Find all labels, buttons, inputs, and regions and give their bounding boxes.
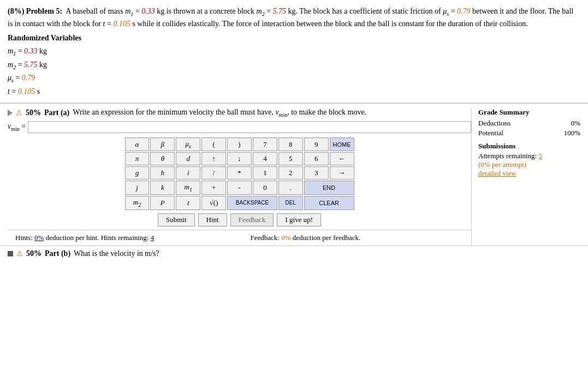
keyboard-area: α β μs ( ) 7 8 9 HOME π θ d ↑ ↓ 4 5: [125, 137, 354, 226]
kb-mu[interactable]: μs: [176, 137, 200, 152]
kb-pi[interactable]: π: [125, 152, 150, 165]
answer-row: vmin =: [8, 121, 471, 133]
kb-del[interactable]: DEL: [278, 196, 303, 210]
kb-beta[interactable]: β: [150, 137, 175, 152]
kb-backspace[interactable]: BACKSPACE: [227, 196, 277, 210]
detailed-view-link[interactable]: detailed view: [478, 169, 580, 178]
keyboard-grid: α β μs ( ) 7 8 9 HOME π θ d ↑ ↓ 4 5: [125, 137, 354, 210]
hint-button[interactable]: Hint: [198, 213, 227, 226]
m1-value: 0.33: [141, 7, 155, 15]
part-b-warning-icon: ⚠: [16, 249, 23, 258]
grade-summary-panel: Grade Summary Deductions 0% Potential 10…: [471, 108, 580, 246]
var-mu: μs = 0.79: [8, 71, 580, 85]
submissions-title: Submissions: [478, 142, 580, 151]
part-b-label: Part (b): [45, 249, 70, 258]
feedback-rate: 0%: [281, 234, 290, 242]
randomized-title: Randomized Variables: [8, 34, 580, 43]
kb-end[interactable]: END: [304, 181, 354, 195]
kb-t[interactable]: t: [176, 196, 200, 210]
kb-clear[interactable]: CLEAR: [304, 196, 354, 210]
kb-6[interactable]: 6: [304, 152, 329, 165]
hints-count[interactable]: 4: [151, 234, 155, 242]
kb-m2[interactable]: m2: [125, 196, 150, 210]
hints-label: Hints:: [15, 234, 33, 242]
attempts-label: Attempts remaining:: [478, 152, 537, 160]
part-a-percent: 50%: [26, 109, 41, 117]
attempts-remaining: Attempts remaining: 5: [478, 152, 580, 160]
kb-down-arrow[interactable]: ↓: [227, 152, 252, 165]
kb-1[interactable]: 1: [253, 166, 277, 179]
var-m2: m2 = 5.75 kg: [8, 58, 580, 72]
kb-multiply[interactable]: *: [227, 166, 252, 179]
answer-input[interactable]: [28, 121, 471, 133]
problem-area: (8%) Problem 5: A baseball of mass m1 = …: [0, 0, 588, 103]
kb-plus[interactable]: +: [201, 181, 226, 195]
feedback-description: deduction per feedback.: [293, 234, 361, 242]
part-a-area: ⚠ 50% Part (a) Write an expression for t…: [0, 103, 588, 246]
kb-right-arrow[interactable]: →: [330, 166, 354, 179]
kb-divide[interactable]: /: [201, 166, 226, 179]
part-b-description: What is the velocity in m/s?: [74, 249, 159, 258]
expand-icon[interactable]: [8, 110, 13, 116]
part-a-left: ⚠ 50% Part (a) Write an expression for t…: [8, 108, 471, 246]
kb-theta[interactable]: θ: [150, 152, 175, 165]
hints-section: Hints: 0% deduction per hint. Hints rema…: [15, 234, 229, 242]
kb-P[interactable]: P: [150, 196, 175, 210]
variable-list: m1 = 0.33 kg m2 = 5.75 kg μs = 0.79 t = …: [8, 45, 580, 98]
potential-label: Potential: [478, 129, 503, 137]
kb-j[interactable]: j: [125, 181, 150, 195]
grade-summary-title: Grade Summary: [478, 108, 580, 117]
part-a-header: ⚠ 50% Part (a) Write an expression for t…: [8, 108, 471, 118]
var-m1: m1 = 0.33 kg: [8, 45, 580, 58]
feedback-section: Feedback: 0% deduction per feedback.: [251, 234, 464, 242]
part-a-description: Write an expression for the minimum velo…: [73, 108, 366, 118]
feedback-label: Feedback:: [251, 234, 280, 242]
randomized-section: Randomized Variables m1 = 0.33 kg m2 = 5…: [8, 34, 580, 98]
kb-sqrt[interactable]: √(): [201, 196, 226, 210]
part-a-label: Part (a): [44, 109, 69, 117]
kb-9[interactable]: 9: [304, 137, 329, 152]
action-row: Submit Hint Feedback I give up!: [125, 213, 354, 226]
answer-label: vmin =: [8, 122, 26, 132]
part-b-percent: 50%: [26, 249, 41, 258]
kb-i[interactable]: i: [176, 166, 200, 179]
m2-value: 5.75: [273, 7, 287, 15]
kb-8[interactable]: 8: [278, 137, 303, 152]
kb-h[interactable]: h: [150, 166, 175, 179]
kb-2[interactable]: 2: [278, 166, 303, 179]
kb-7[interactable]: 7: [253, 137, 277, 152]
potential-value: 100%: [564, 129, 580, 137]
kb-3[interactable]: 3: [304, 166, 329, 179]
kb-alpha[interactable]: α: [125, 137, 150, 152]
kb-up-arrow[interactable]: ↑: [201, 152, 226, 165]
problem-title: (8%) Problem 5: A baseball of mass m1 = …: [8, 5, 580, 29]
kb-d[interactable]: d: [176, 152, 200, 165]
kb-k[interactable]: k: [150, 181, 175, 195]
hints-rate[interactable]: 0%: [34, 234, 44, 242]
kb-dot[interactable]: .: [278, 181, 303, 195]
feedback-button[interactable]: Feedback: [230, 213, 274, 226]
mu-value: 0.79: [457, 7, 471, 15]
kb-home[interactable]: HOME: [330, 137, 354, 152]
kb-left-arrow[interactable]: ←: [330, 152, 354, 165]
var-t: t = 0.105 s: [8, 85, 580, 98]
t-value: 0.105: [113, 20, 130, 28]
deductions-row: Deductions 0%: [478, 119, 580, 128]
warning-icon: ⚠: [16, 109, 22, 117]
kb-0[interactable]: 0: [253, 181, 277, 195]
kb-minus[interactable]: -: [227, 181, 252, 195]
give-up-button[interactable]: I give up!: [277, 213, 321, 226]
submit-button[interactable]: Submit: [158, 213, 195, 226]
attempts-value[interactable]: 5: [538, 152, 542, 160]
kb-close-paren[interactable]: ): [227, 137, 252, 152]
deductions-label: Deductions: [478, 119, 510, 128]
kb-4[interactable]: 4: [253, 152, 277, 165]
kb-5[interactable]: 5: [278, 152, 303, 165]
deductions-value: 0%: [571, 119, 580, 128]
kb-m1[interactable]: m1: [176, 181, 200, 195]
kb-g[interactable]: g: [125, 166, 150, 179]
part-b-icon: [8, 251, 13, 256]
potential-row: Potential 100%: [478, 129, 580, 137]
kb-open-paren[interactable]: (: [201, 137, 226, 152]
hints-feedback-row: Hints: 0% deduction per hint. Hints rema…: [8, 230, 471, 246]
